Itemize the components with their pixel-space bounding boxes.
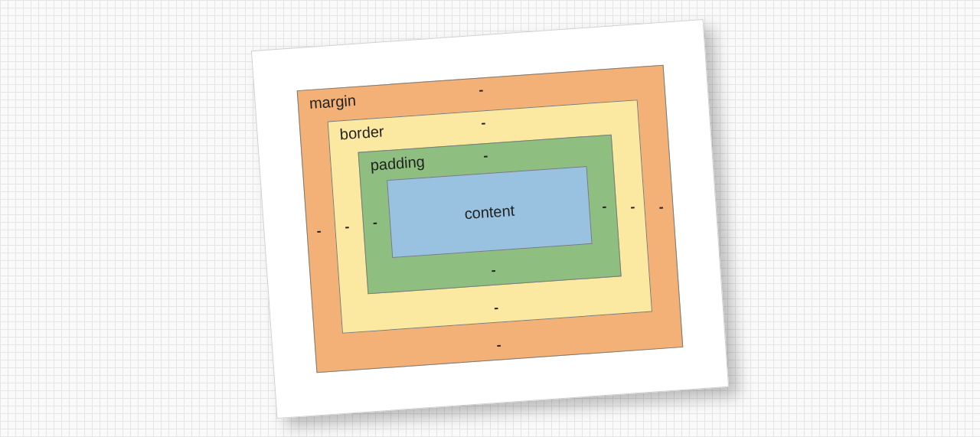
border-bottom-value: - xyxy=(493,300,498,314)
padding-label: padding xyxy=(370,152,426,174)
margin-left-value: - xyxy=(316,223,322,237)
margin-bottom-value: - xyxy=(496,338,501,351)
padding-bottom-value: - xyxy=(491,263,496,276)
border-left-value: - xyxy=(345,219,350,233)
padding-box: padding - - - - content xyxy=(358,134,621,294)
border-box: border - - - - padding - - - - content xyxy=(328,99,652,334)
padding-right-value: - xyxy=(602,199,607,213)
padding-left-value: - xyxy=(372,215,377,229)
margin-box: margin - - - - border - - - - padding - … xyxy=(297,64,684,373)
border-top-value: - xyxy=(481,116,486,129)
margin-top-value: - xyxy=(479,83,484,96)
content-box: content xyxy=(387,166,592,258)
diagram-card: margin - - - - border - - - - padding - … xyxy=(251,18,729,418)
margin-label: margin xyxy=(309,91,357,112)
border-right-value: - xyxy=(630,199,635,213)
content-label: content xyxy=(464,201,515,223)
padding-top-value: - xyxy=(483,148,488,162)
margin-right-value: - xyxy=(658,200,664,214)
border-label: border xyxy=(339,122,384,143)
